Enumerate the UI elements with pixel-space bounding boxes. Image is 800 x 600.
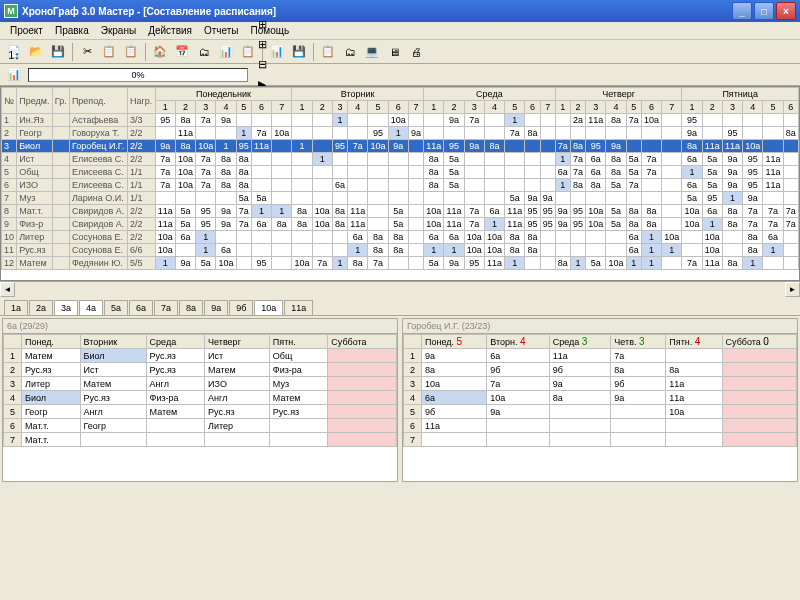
teacher-cell[interactable]: 11а: [666, 391, 722, 405]
tab-6а[interactable]: 6а: [129, 300, 153, 315]
schedule-cell[interactable]: [348, 192, 368, 205]
schedule-cell[interactable]: [272, 114, 292, 127]
col-Гр.[interactable]: Гр.: [52, 88, 69, 114]
teacher-cell[interactable]: 9а: [611, 391, 666, 405]
schedule-cell[interactable]: 95: [743, 179, 763, 192]
schedule-cell[interactable]: 10а: [464, 244, 484, 257]
schedule-cell[interactable]: [408, 231, 423, 244]
lesson-cell[interactable]: Ист: [205, 349, 270, 363]
schedule-cell[interactable]: 8а: [626, 205, 641, 218]
schedule-cell[interactable]: 9а: [555, 205, 570, 218]
schedule-cell[interactable]: 1: [570, 257, 585, 270]
teacher-cell[interactable]: 10а: [666, 405, 722, 419]
class-row[interactable]: 6Мат.т.ГеогрЛитер: [4, 419, 397, 433]
schedule-cell[interactable]: 7а: [743, 218, 763, 231]
schedule-cell[interactable]: [272, 244, 292, 257]
schedule-row[interactable]: 2ГеогрГоворуха Т.2/211а17а10а9519а7а8а9а…: [2, 127, 799, 140]
class-row[interactable]: 2Рус.язИстРус.язМатемФиз-ра: [4, 363, 397, 377]
schedule-cell[interactable]: 95: [155, 114, 175, 127]
schedule-cell[interactable]: 7а: [155, 179, 175, 192]
schedule-row[interactable]: 1Ин.ЯзАстафьева3/3958а7а9а110а9а7а12а11а…: [2, 114, 799, 127]
schedule-cell[interactable]: 8а: [606, 114, 626, 127]
schedule-cell[interactable]: [555, 192, 570, 205]
class-row[interactable]: 4БиолРус.язФиз-раАнглМатем: [4, 391, 397, 405]
schedule-cell[interactable]: [662, 114, 682, 127]
period-header[interactable]: 6: [783, 101, 798, 114]
schedule-cell[interactable]: [348, 179, 368, 192]
schedule-cell[interactable]: [662, 166, 682, 179]
schedule-cell[interactable]: [783, 192, 798, 205]
schedule-cell[interactable]: [408, 192, 423, 205]
schedule-cell[interactable]: 8а: [368, 231, 388, 244]
toolbar-btn-6[interactable]: 🏠: [150, 42, 170, 62]
schedule-cell[interactable]: 6а: [424, 231, 444, 244]
schedule-cell[interactable]: 8а: [586, 179, 606, 192]
schedule-cell[interactable]: [662, 205, 682, 218]
schedule-cell[interactable]: 8а: [722, 218, 742, 231]
schedule-cell[interactable]: 10а: [424, 218, 444, 231]
schedule-cell[interactable]: [484, 192, 504, 205]
schedule-cell[interactable]: [408, 140, 423, 153]
period-header[interactable]: 2: [444, 101, 464, 114]
schedule-cell[interactable]: 8а: [216, 179, 236, 192]
toolbar-btn-7[interactable]: 📅: [172, 42, 192, 62]
teacher-cell[interactable]: 9б: [611, 377, 666, 391]
day-col[interactable]: Пятн.: [269, 335, 328, 349]
schedule-cell[interactable]: [682, 244, 702, 257]
schedule-cell[interactable]: 1: [505, 114, 525, 127]
toolbar-btn-2[interactable]: 💾: [48, 42, 68, 62]
period-header[interactable]: 7: [540, 101, 555, 114]
schedule-cell[interactable]: [662, 218, 682, 231]
schedule-cell[interactable]: [388, 166, 408, 179]
schedule-cell[interactable]: 5а: [444, 153, 464, 166]
tb2-left-1[interactable]: 📊: [4, 65, 24, 85]
schedule-cell[interactable]: [292, 244, 312, 257]
schedule-cell[interactable]: [586, 244, 606, 257]
lesson-cell[interactable]: Матем: [22, 349, 81, 363]
schedule-cell[interactable]: 5а: [626, 166, 641, 179]
teacher-cell[interactable]: [611, 433, 666, 447]
schedule-cell[interactable]: 95: [702, 192, 722, 205]
lesson-cell[interactable]: Рус.яз: [80, 391, 146, 405]
schedule-cell[interactable]: [251, 153, 271, 166]
schedule-cell[interactable]: [332, 153, 347, 166]
teacher-cell[interactable]: 6а: [487, 349, 550, 363]
schedule-cell[interactable]: 95: [464, 257, 484, 270]
schedule-cell[interactable]: [540, 140, 555, 153]
toolbar-btn-15[interactable]: 💻: [362, 42, 382, 62]
schedule-cell[interactable]: [626, 192, 641, 205]
lesson-cell[interactable]: Англ: [146, 377, 205, 391]
schedule-cell[interactable]: 95: [196, 218, 216, 231]
schedule-cell[interactable]: 10а: [368, 140, 388, 153]
schedule-cell[interactable]: 6а: [682, 179, 702, 192]
schedule-cell[interactable]: [408, 205, 423, 218]
schedule-cell[interactable]: [368, 114, 388, 127]
schedule-cell[interactable]: [408, 218, 423, 231]
day-col[interactable]: Понед.: [22, 335, 81, 349]
schedule-cell[interactable]: 11а: [702, 140, 722, 153]
period-header[interactable]: 4: [348, 101, 368, 114]
schedule-cell[interactable]: [702, 127, 722, 140]
class-row[interactable]: 5ГеогрАнглМатемРус.язРус.яз: [4, 405, 397, 419]
schedule-cell[interactable]: 8а: [722, 205, 742, 218]
teacher-cell[interactable]: [549, 405, 611, 419]
schedule-cell[interactable]: 6а: [702, 205, 722, 218]
lesson-cell[interactable]: Рус.яз: [146, 349, 205, 363]
schedule-cell[interactable]: 9а: [216, 218, 236, 231]
schedule-cell[interactable]: [484, 114, 504, 127]
toolbar-btn-8[interactable]: 🗂: [194, 42, 214, 62]
schedule-cell[interactable]: [763, 127, 783, 140]
schedule-cell[interactable]: 1: [292, 140, 312, 153]
period-header[interactable]: 6: [388, 101, 408, 114]
teacher-cell[interactable]: [549, 419, 611, 433]
day-col[interactable]: Вторн. 4: [487, 335, 550, 349]
schedule-cell[interactable]: [606, 127, 626, 140]
schedule-cell[interactable]: 6а: [586, 153, 606, 166]
schedule-cell[interactable]: 10а: [464, 231, 484, 244]
tb2-right-0[interactable]: ⊞: [252, 15, 272, 35]
schedule-cell[interactable]: [408, 153, 423, 166]
schedule-cell[interactable]: 7а: [641, 153, 661, 166]
schedule-cell[interactable]: 11а: [763, 153, 783, 166]
lesson-cell[interactable]: Биол: [22, 391, 81, 405]
schedule-cell[interactable]: [662, 192, 682, 205]
